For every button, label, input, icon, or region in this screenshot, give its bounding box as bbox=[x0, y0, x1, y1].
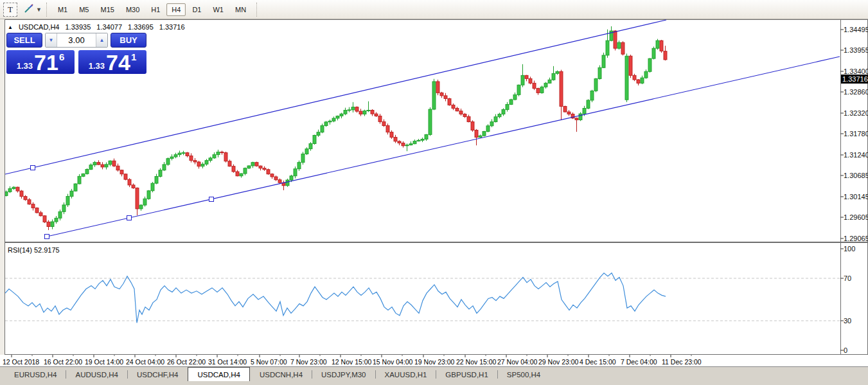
rsi-pane-border bbox=[5, 243, 868, 355]
time-axis-label: 15 Nov 04:00 bbox=[373, 358, 412, 366]
chart-area[interactable]: ▲ USDCAD,H4 1.33935 1.34077 1.33695 1.33… bbox=[0, 19, 868, 366]
chart-tabs-bar: EURUSD,H4AUDUSD,H4USDCHF,H4USDCAD,H4USDC… bbox=[0, 366, 868, 381]
chart-tab-audusd-h4[interactable]: AUDUSD,H4 bbox=[66, 368, 127, 381]
timeframe-button-m30[interactable]: M30 bbox=[121, 3, 145, 16]
rsi-line bbox=[5, 273, 666, 323]
bid-price-panel[interactable]: 1.33 71 6 bbox=[6, 50, 75, 74]
rsi-axis-tick-label: 100 bbox=[844, 245, 855, 253]
one-click-trading-widget: SELL ▼ 3.00 ▲ BUY 1.33 71 6 1.33 74 1 bbox=[6, 33, 146, 74]
time-axis-label: 24 Oct 04:00 bbox=[126, 358, 164, 366]
ask-big-digits: 74 bbox=[106, 51, 130, 74]
price-axis-tick-label: 1.34495 bbox=[844, 26, 868, 33]
objects-icon bbox=[24, 3, 34, 16]
time-axis-label: 27 Nov 04:00 bbox=[497, 358, 537, 366]
bid-pip-digit: 6 bbox=[59, 51, 64, 62]
price-axis-tick-label: 1.29605 bbox=[844, 213, 868, 221]
time-axis-label: 12 Nov 15:00 bbox=[332, 358, 371, 366]
chart-symbol-period: USDCAD,H4 bbox=[19, 23, 60, 31]
timeframe-button-m15[interactable]: M15 bbox=[95, 3, 119, 16]
price-axis-tick-label: 1.32320 bbox=[844, 109, 868, 117]
bar-low-value: 1.33695 bbox=[128, 23, 154, 31]
volume-stepper: ▼ 3.00 ▲ bbox=[45, 33, 108, 48]
time-axis-label: 16 Oct 22:00 bbox=[44, 358, 82, 366]
toolbar-separator bbox=[46, 3, 48, 17]
time-axis-label: 31 Oct 14:00 bbox=[208, 358, 247, 366]
time-axis-label: 19 Oct 14:00 bbox=[85, 358, 123, 366]
timeframe-button-w1[interactable]: W1 bbox=[208, 3, 229, 16]
price-axis-tick-label: 1.29065 bbox=[844, 235, 868, 242]
bid-prefix: 1.33 bbox=[17, 61, 33, 71]
time-axis-label: 29 Nov 23:00 bbox=[538, 358, 578, 366]
bid-big-digits: 71 bbox=[34, 51, 58, 74]
timeframe-button-h4[interactable]: H4 bbox=[166, 3, 186, 16]
timeframe-button-m1[interactable]: M1 bbox=[53, 3, 73, 16]
time-axis-label: 5 Nov 07:00 bbox=[251, 358, 287, 366]
time-axis-label: 7 Nov 23:00 bbox=[290, 358, 327, 366]
ask-prefix: 1.33 bbox=[89, 61, 105, 71]
timeframe-buttons: M1M5M15M30H1H4D1W1MN bbox=[52, 3, 252, 16]
timeframe-button-mn[interactable]: MN bbox=[230, 3, 251, 16]
timeframe-button-d1[interactable]: D1 bbox=[187, 3, 206, 16]
price-axis-tick-label: 1.30145 bbox=[844, 193, 868, 201]
time-axis-label: 4 Dec 15:00 bbox=[580, 358, 616, 366]
rsi-indicator-label: RSI(14) 52.9175 bbox=[8, 246, 60, 254]
text-tool-icon[interactable]: T bbox=[3, 3, 17, 17]
toolbar-separator bbox=[256, 3, 258, 17]
channel-anchor-handle[interactable] bbox=[127, 216, 132, 220]
bottom-strip bbox=[0, 381, 868, 385]
time-axis-label: 22 Nov 15:00 bbox=[456, 358, 496, 366]
chevron-down-icon: ▼ bbox=[36, 6, 42, 13]
volume-value[interactable]: 3.00 bbox=[57, 33, 96, 47]
chart-tab-xauusd-h1[interactable]: XAUUSD,H1 bbox=[376, 368, 436, 381]
timeframe-button-m5[interactable]: M5 bbox=[74, 3, 94, 16]
time-axis-label: 26 Oct 22:00 bbox=[167, 358, 206, 366]
rsi-axis-tick-label: 30 bbox=[844, 317, 851, 325]
ask-price-panel[interactable]: 1.33 74 1 bbox=[78, 50, 146, 74]
chart-tab-sp500-h4[interactable]: SP500,H4 bbox=[498, 368, 549, 381]
time-axis-label: 11 Dec 23:00 bbox=[662, 358, 702, 366]
volume-decrease-button[interactable]: ▼ bbox=[46, 33, 57, 47]
ask-pip-digit: 1 bbox=[131, 51, 136, 62]
channel-anchor-handle[interactable] bbox=[45, 235, 49, 239]
chart-title: ▲ USDCAD,H4 1.33935 1.34077 1.33695 1.33… bbox=[8, 23, 185, 31]
bar-high-value: 1.34077 bbox=[96, 23, 122, 31]
channel-anchor-handle[interactable] bbox=[209, 197, 214, 202]
chart-tab-usdjpy-m30[interactable]: USDJPY,M30 bbox=[312, 368, 375, 381]
bar-close-value: 1.33716 bbox=[159, 23, 185, 31]
time-axis-label: 7 Dec 04:00 bbox=[621, 358, 657, 366]
volume-increase-button[interactable]: ▲ bbox=[96, 33, 107, 47]
chart-tab-usdcnh-h4[interactable]: USDCNH,H4 bbox=[251, 368, 312, 381]
price-axis-tick-label: 1.31240 bbox=[844, 151, 868, 159]
chart-tab-gbpusd-h1[interactable]: GBPUSD,H1 bbox=[436, 368, 497, 381]
chart-tab-usdchf-h4[interactable]: USDCHF,H4 bbox=[128, 368, 188, 381]
symbol-marker-icon: ▲ bbox=[8, 24, 13, 30]
toolbar: T ▼ M1M5M15M30H1H4D1W1MN bbox=[0, 0, 868, 19]
price-axis-tick-label: 1.31780 bbox=[844, 130, 868, 138]
time-axis-label: 12 Oct 2018 bbox=[3, 358, 39, 366]
price-axis-tick-label: 1.30685 bbox=[844, 172, 868, 179]
current-price-tag: 1.33716 bbox=[841, 75, 868, 84]
objects-dropdown-button[interactable]: ▼ bbox=[24, 3, 42, 16]
rsi-axis-tick-label: 0 bbox=[844, 346, 847, 354]
timeframe-button-h1[interactable]: H1 bbox=[146, 3, 165, 16]
price-axis-tick-label: 1.32860 bbox=[844, 88, 868, 96]
sell-button[interactable]: SELL bbox=[6, 33, 42, 48]
chart-tab-usdcad-h4[interactable]: USDCAD,H4 bbox=[188, 367, 249, 381]
channel-line[interactable] bbox=[47, 57, 840, 237]
price-axis-tick-label: 1.33955 bbox=[844, 46, 868, 54]
time-axis-label: 19 Nov 23:00 bbox=[414, 358, 454, 366]
rsi-axis-tick-label: 70 bbox=[844, 274, 851, 282]
bar-open-value: 1.33935 bbox=[66, 23, 91, 31]
chart-tab-eurusd-h4[interactable]: EURUSD,H4 bbox=[5, 368, 66, 381]
buy-button[interactable]: BUY bbox=[111, 33, 146, 48]
channel-anchor-handle[interactable] bbox=[31, 166, 35, 170]
